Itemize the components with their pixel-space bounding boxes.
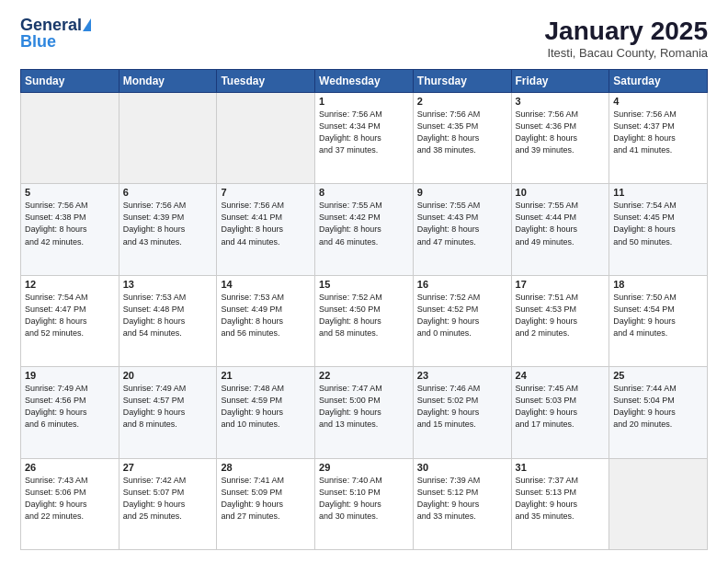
day-info: Sunrise: 7:56 AM Sunset: 4:36 PM Dayligh… — [516, 109, 606, 156]
day-number: 12 — [25, 279, 115, 290]
calendar-week-5: 26Sunrise: 7:43 AM Sunset: 5:06 PM Dayli… — [21, 458, 708, 549]
calendar-cell: 10Sunrise: 7:55 AM Sunset: 4:44 PM Dayli… — [511, 184, 609, 275]
calendar-cell: 25Sunrise: 7:44 AM Sunset: 5:04 PM Dayli… — [609, 367, 708, 458]
day-number: 14 — [221, 279, 311, 290]
day-info: Sunrise: 7:54 AM Sunset: 4:47 PM Dayligh… — [25, 292, 115, 339]
calendar-cell: 3Sunrise: 7:56 AM Sunset: 4:36 PM Daylig… — [511, 93, 609, 184]
day-info: Sunrise: 7:42 AM Sunset: 5:07 PM Dayligh… — [123, 475, 213, 523]
day-number: 18 — [613, 279, 703, 290]
calendar-cell: 18Sunrise: 7:50 AM Sunset: 4:54 PM Dayli… — [609, 275, 708, 366]
day-info: Sunrise: 7:56 AM Sunset: 4:38 PM Dayligh… — [25, 200, 115, 247]
calendar-cell: 4Sunrise: 7:56 AM Sunset: 4:37 PM Daylig… — [609, 93, 708, 184]
calendar-cell: 6Sunrise: 7:56 AM Sunset: 4:39 PM Daylig… — [119, 184, 217, 275]
calendar-header-friday: Friday — [511, 70, 609, 93]
day-number: 6 — [123, 187, 213, 198]
day-number: 26 — [25, 462, 115, 473]
calendar-header-tuesday: Tuesday — [217, 70, 315, 93]
day-info: Sunrise: 7:45 AM Sunset: 5:03 PM Dayligh… — [516, 383, 606, 431]
day-number: 22 — [319, 370, 409, 381]
day-number: 31 — [516, 462, 606, 473]
calendar-cell: 9Sunrise: 7:55 AM Sunset: 4:43 PM Daylig… — [413, 184, 511, 275]
calendar-cell: 15Sunrise: 7:52 AM Sunset: 4:50 PM Dayli… — [315, 275, 414, 366]
day-number: 10 — [516, 187, 606, 198]
day-info: Sunrise: 7:47 AM Sunset: 5:00 PM Dayligh… — [319, 383, 409, 431]
day-info: Sunrise: 7:39 AM Sunset: 5:12 PM Dayligh… — [417, 475, 507, 523]
day-info: Sunrise: 7:51 AM Sunset: 4:53 PM Dayligh… — [516, 292, 606, 339]
day-number: 2 — [417, 96, 507, 107]
header: General Blue January 2025 Itesti, Bacau … — [20, 17, 708, 60]
calendar-cell: 26Sunrise: 7:43 AM Sunset: 5:06 PM Dayli… — [21, 458, 119, 549]
calendar-cell: 12Sunrise: 7:54 AM Sunset: 4:47 PM Dayli… — [21, 275, 119, 366]
calendar-header-thursday: Thursday — [413, 70, 511, 93]
day-info: Sunrise: 7:48 AM Sunset: 4:59 PM Dayligh… — [221, 383, 311, 431]
location: Itesti, Bacau County, Romania — [545, 46, 708, 60]
day-number: 19 — [25, 370, 115, 381]
day-number: 20 — [123, 370, 213, 381]
day-info: Sunrise: 7:43 AM Sunset: 5:06 PM Dayligh… — [25, 475, 115, 523]
day-number: 9 — [417, 187, 507, 198]
calendar-week-3: 12Sunrise: 7:54 AM Sunset: 4:47 PM Dayli… — [21, 275, 708, 366]
calendar-cell: 17Sunrise: 7:51 AM Sunset: 4:53 PM Dayli… — [511, 275, 609, 366]
calendar-cell: 16Sunrise: 7:52 AM Sunset: 4:52 PM Dayli… — [413, 275, 511, 366]
day-info: Sunrise: 7:55 AM Sunset: 4:42 PM Dayligh… — [319, 200, 409, 247]
logo: General Blue — [20, 17, 91, 50]
day-number: 11 — [613, 187, 703, 198]
day-number: 3 — [516, 96, 606, 107]
day-number: 5 — [25, 187, 115, 198]
day-info: Sunrise: 7:37 AM Sunset: 5:13 PM Dayligh… — [516, 475, 606, 523]
day-number: 29 — [319, 462, 409, 473]
calendar-cell: 13Sunrise: 7:53 AM Sunset: 4:48 PM Dayli… — [119, 275, 217, 366]
day-number: 30 — [417, 462, 507, 473]
day-info: Sunrise: 7:56 AM Sunset: 4:37 PM Dayligh… — [613, 109, 703, 156]
calendar-header-wednesday: Wednesday — [315, 70, 414, 93]
calendar-cell: 30Sunrise: 7:39 AM Sunset: 5:12 PM Dayli… — [413, 458, 511, 549]
day-info: Sunrise: 7:41 AM Sunset: 5:09 PM Dayligh… — [221, 475, 311, 523]
day-info: Sunrise: 7:53 AM Sunset: 4:49 PM Dayligh… — [221, 292, 311, 339]
day-info: Sunrise: 7:52 AM Sunset: 4:50 PM Dayligh… — [319, 292, 409, 339]
calendar-table: SundayMondayTuesdayWednesdayThursdayFrid… — [20, 69, 708, 550]
page: General Blue January 2025 Itesti, Bacau … — [0, 0, 728, 563]
calendar-cell: 8Sunrise: 7:55 AM Sunset: 4:42 PM Daylig… — [315, 184, 414, 275]
day-number: 28 — [221, 462, 311, 473]
calendar-cell: 27Sunrise: 7:42 AM Sunset: 5:07 PM Dayli… — [119, 458, 217, 549]
day-info: Sunrise: 7:56 AM Sunset: 4:34 PM Dayligh… — [319, 109, 409, 156]
calendar-cell: 31Sunrise: 7:37 AM Sunset: 5:13 PM Dayli… — [511, 458, 609, 549]
calendar-cell: 22Sunrise: 7:47 AM Sunset: 5:00 PM Dayli… — [315, 367, 414, 458]
calendar-cell: 19Sunrise: 7:49 AM Sunset: 4:56 PM Dayli… — [21, 367, 119, 458]
day-info: Sunrise: 7:40 AM Sunset: 5:10 PM Dayligh… — [319, 475, 409, 523]
day-info: Sunrise: 7:49 AM Sunset: 4:56 PM Dayligh… — [25, 383, 115, 431]
day-info: Sunrise: 7:52 AM Sunset: 4:52 PM Dayligh… — [417, 292, 507, 339]
calendar-cell: 11Sunrise: 7:54 AM Sunset: 4:45 PM Dayli… — [609, 184, 708, 275]
calendar-cell: 1Sunrise: 7:56 AM Sunset: 4:34 PM Daylig… — [315, 93, 414, 184]
day-number: 4 — [613, 96, 703, 107]
day-info: Sunrise: 7:55 AM Sunset: 4:44 PM Dayligh… — [516, 200, 606, 247]
calendar-cell — [119, 93, 217, 184]
day-info: Sunrise: 7:49 AM Sunset: 4:57 PM Dayligh… — [123, 383, 213, 431]
header-right: January 2025 Itesti, Bacau County, Roman… — [545, 17, 708, 60]
day-number: 7 — [221, 187, 311, 198]
calendar-cell: 21Sunrise: 7:48 AM Sunset: 4:59 PM Dayli… — [217, 367, 315, 458]
calendar-cell: 20Sunrise: 7:49 AM Sunset: 4:57 PM Dayli… — [119, 367, 217, 458]
day-info: Sunrise: 7:44 AM Sunset: 5:04 PM Dayligh… — [613, 383, 703, 431]
logo-general-text: General — [20, 17, 82, 33]
logo-triangle-icon — [83, 18, 91, 31]
calendar-header-row: SundayMondayTuesdayWednesdayThursdayFrid… — [21, 70, 708, 93]
day-info: Sunrise: 7:46 AM Sunset: 5:02 PM Dayligh… — [417, 383, 507, 431]
calendar-week-4: 19Sunrise: 7:49 AM Sunset: 4:56 PM Dayli… — [21, 367, 708, 458]
calendar-week-1: 1Sunrise: 7:56 AM Sunset: 4:34 PM Daylig… — [21, 93, 708, 184]
day-number: 23 — [417, 370, 507, 381]
day-info: Sunrise: 7:53 AM Sunset: 4:48 PM Dayligh… — [123, 292, 213, 339]
calendar-header-sunday: Sunday — [21, 70, 119, 93]
calendar-cell — [21, 93, 119, 184]
calendar-cell: 23Sunrise: 7:46 AM Sunset: 5:02 PM Dayli… — [413, 367, 511, 458]
logo-blue-text: Blue — [20, 33, 91, 50]
day-number: 16 — [417, 279, 507, 290]
day-info: Sunrise: 7:50 AM Sunset: 4:54 PM Dayligh… — [613, 292, 703, 339]
day-info: Sunrise: 7:55 AM Sunset: 4:43 PM Dayligh… — [417, 200, 507, 247]
calendar-cell: 5Sunrise: 7:56 AM Sunset: 4:38 PM Daylig… — [21, 184, 119, 275]
day-number: 15 — [319, 279, 409, 290]
day-number: 13 — [123, 279, 213, 290]
calendar-cell — [609, 458, 708, 549]
calendar-cell: 2Sunrise: 7:56 AM Sunset: 4:35 PM Daylig… — [413, 93, 511, 184]
calendar-week-2: 5Sunrise: 7:56 AM Sunset: 4:38 PM Daylig… — [21, 184, 708, 275]
